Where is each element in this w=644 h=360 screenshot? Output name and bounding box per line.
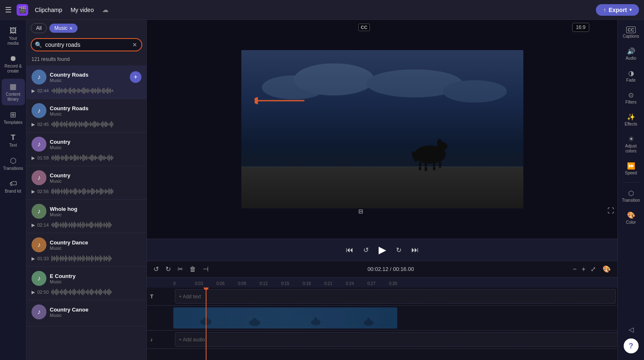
right-sidebar-item-effects[interactable]: ✨ Effects xyxy=(620,110,643,130)
right-sidebar-label-speed: Speed xyxy=(625,171,637,176)
music-duration: 02:44 xyxy=(37,88,49,93)
right-sidebar-item-speed[interactable]: ⏩ Speed xyxy=(620,159,643,179)
right-sidebar-item-captions[interactable]: CC Captions xyxy=(620,23,643,42)
filter-music-button[interactable]: Music ✕ xyxy=(49,24,77,33)
delete-button[interactable]: 🗑 xyxy=(188,264,198,275)
music-title: Whole hog xyxy=(50,206,141,212)
fit-zoom-button[interactable]: ⤢ xyxy=(589,263,598,275)
center-area: CC 16:9 ⛶ ⊟ ⏮ ↺ ▶ ↻ ⏭ ↺ ↻ ✂ 🗑 xyxy=(147,20,617,360)
waveform xyxy=(51,154,113,162)
collapse-right-sidebar-button[interactable]: ◁ xyxy=(629,326,634,333)
skip-forward-button[interactable]: ⏭ xyxy=(410,244,420,256)
add-audio-button[interactable]: + Add audio xyxy=(175,332,617,347)
video-name[interactable]: My video xyxy=(70,7,94,13)
timeline-tracks: T + Add text xyxy=(147,288,617,360)
right-sidebar-label-audio: Audio xyxy=(626,56,637,61)
search-input[interactable] xyxy=(45,39,128,51)
media-panel: All Music ✕ 🔍 ✕ 121 results found ♪ Coun… xyxy=(27,20,147,360)
video-controls-bar: ⏮ ↺ ▶ ↻ ⏭ xyxy=(147,239,617,261)
aspect-ratio-badge[interactable]: 16:9 xyxy=(572,23,589,31)
svg-point-23 xyxy=(367,318,370,321)
sidebar-item-content-library[interactable]: ▦ Contentlibrary xyxy=(2,79,25,105)
play-preview-icon[interactable]: ▶ xyxy=(32,290,35,295)
play-preview-icon[interactable]: ▶ xyxy=(32,189,35,194)
music-title: Country Roads xyxy=(50,72,126,78)
svg-point-14 xyxy=(442,80,507,103)
music-type: Music xyxy=(50,279,141,284)
filter-row: All Music ✕ xyxy=(27,20,146,36)
album-art: ♪ xyxy=(32,137,46,152)
cut-button[interactable]: ✂ xyxy=(176,263,185,275)
fullscreen-button[interactable]: ⛶ xyxy=(608,207,614,215)
play-preview-icon[interactable]: ▶ xyxy=(32,256,35,261)
list-item[interactable]: ♪ Country Roads Music ▶ 02:45 xyxy=(27,99,146,133)
filter-music-close-icon[interactable]: ✕ xyxy=(69,26,73,31)
sidebar-item-record-create[interactable]: ⏺ Record &create xyxy=(2,51,25,77)
sidebar-item-transitions[interactable]: ⬡ Transitions xyxy=(2,153,25,174)
video-clip[interactable] xyxy=(173,307,397,329)
help-button[interactable]: ? xyxy=(624,338,639,353)
rewind-5s-button[interactable]: ↺ xyxy=(362,244,370,256)
text-track-content[interactable]: + Add text xyxy=(173,288,617,305)
waveform xyxy=(51,255,112,262)
list-item[interactable]: ♪ Country Music ▶ 01:58 xyxy=(27,133,146,166)
sidebar-item-brand-kit[interactable]: 🏷 Brand kit xyxy=(2,176,25,197)
music-duration: 02:45 xyxy=(37,122,49,127)
filter-all-button[interactable]: All xyxy=(31,23,47,33)
forward-5s-button[interactable]: ↻ xyxy=(394,244,403,256)
zoom-in-button[interactable]: + xyxy=(580,263,587,275)
zoom-out-button[interactable]: − xyxy=(571,263,578,275)
music-title: Country Canoe xyxy=(50,307,141,313)
video-canvas xyxy=(241,50,523,208)
music-title: Country xyxy=(50,139,141,145)
right-sidebar-item-audio[interactable]: 🔊 Audio xyxy=(620,44,643,64)
audio-track-content[interactable]: + Add audio xyxy=(173,331,617,348)
add-text-button[interactable]: + Add text xyxy=(175,289,616,304)
play-pause-button[interactable]: ▶ xyxy=(377,242,388,257)
waveform xyxy=(51,121,113,128)
search-clear-icon[interactable]: ✕ xyxy=(128,39,141,51)
zoom-controls: − + ⤢ xyxy=(571,263,598,275)
color-icon: 🎨 xyxy=(627,211,635,219)
content-library-icon: ▦ xyxy=(10,82,17,91)
undo-button[interactable]: ↺ xyxy=(152,263,160,275)
list-item[interactable]: ♪ Country Canoe Music xyxy=(27,300,146,326)
color-grade-button[interactable]: 🎨 xyxy=(601,263,612,275)
list-item[interactable]: ♪ Country Dance Music ▶ 01:33 xyxy=(27,233,146,267)
skip-back-button[interactable]: ⏮ xyxy=(344,244,355,256)
video-track-content[interactable] xyxy=(173,306,617,330)
waveform xyxy=(51,288,112,296)
album-art: ♪ xyxy=(32,304,46,319)
play-preview-icon[interactable]: ▶ xyxy=(32,222,35,228)
play-preview-icon[interactable]: ▶ xyxy=(32,122,35,127)
split-button[interactable]: ⊣ xyxy=(201,263,210,275)
right-sidebar-item-adjust-colors[interactable]: ☀ Adjustcolors xyxy=(620,132,643,157)
sidebar-item-text[interactable]: T Text xyxy=(2,130,25,151)
album-art: ♪ xyxy=(32,70,46,85)
play-preview-icon[interactable]: ▶ xyxy=(32,88,35,94)
right-sidebar-item-filters[interactable]: ⊙ Filters xyxy=(620,88,643,108)
right-sidebar-item-fade[interactable]: ◑ Fade xyxy=(620,66,643,86)
horse-silhouette xyxy=(403,130,457,171)
sidebar-item-templates[interactable]: ⊞ Templates xyxy=(2,107,25,128)
export-button[interactable]: ↑ Export ▾ xyxy=(596,4,639,16)
right-sidebar-item-transition[interactable]: ⬡ Transition xyxy=(620,186,643,206)
subtitle-toggle-button[interactable]: ⊟ xyxy=(358,208,363,215)
menu-icon[interactable]: ☰ xyxy=(5,5,12,14)
svg-point-17 xyxy=(204,317,208,321)
list-item[interactable]: ♪ E Country Music ▶ 02:50 xyxy=(27,267,146,300)
album-art: ♪ xyxy=(32,103,46,118)
list-item[interactable]: ♪ Whole hog Music ▶ 02:14 xyxy=(27,200,146,233)
list-item[interactable]: ♪ Country Music ▶ 02:56 xyxy=(27,166,146,200)
adjust-colors-icon: ☀ xyxy=(628,135,634,143)
play-preview-icon[interactable]: ▶ xyxy=(32,155,35,161)
redo-button[interactable]: ↻ xyxy=(164,263,173,275)
svg-rect-6 xyxy=(419,162,421,170)
search-box: 🔍 ✕ xyxy=(31,38,142,51)
list-item[interactable]: ♪ Country Roads Music + ▶ 02:44 xyxy=(27,65,146,99)
app-logo: 🎬 xyxy=(17,4,28,16)
export-dropdown-arrow[interactable]: ▾ xyxy=(629,7,632,12)
add-to-timeline-button[interactable]: + xyxy=(130,71,141,83)
right-sidebar-item-color[interactable]: 🎨 Color xyxy=(620,208,643,228)
sidebar-item-your-media[interactable]: 🖼 Your media xyxy=(2,23,25,49)
